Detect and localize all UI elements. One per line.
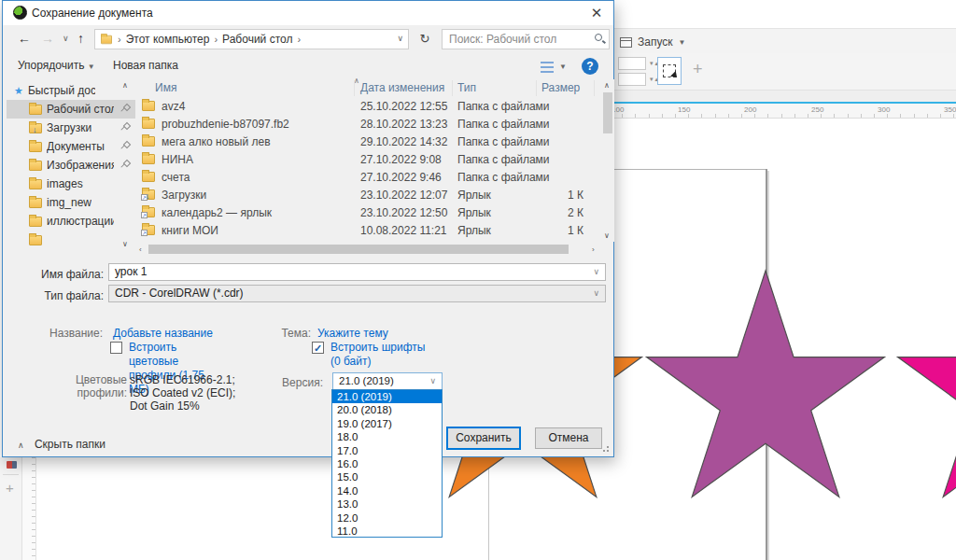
sidebar-item-Загрузки[interactable]: ↓Загрузки [7, 119, 135, 137]
embed-fonts-checkbox[interactable]: ✓ [312, 342, 324, 354]
column-date[interactable]: Дата изменения [360, 81, 444, 94]
scroll-down-icon[interactable]: ∨ [604, 231, 610, 240]
sidebar-item-label: images [47, 177, 83, 190]
view-dropdown-icon[interactable]: ▼ [559, 63, 567, 71]
sidebar-item-Рабочий стол[interactable]: Рабочий стол [7, 100, 135, 119]
breadcrumb[interactable]: › Этот компьютер › Рабочий стол › ∨ [94, 29, 409, 49]
new-folder-button[interactable]: Новая папка [113, 59, 178, 72]
file-date: 23.10.2022 12:50 [360, 206, 447, 219]
chevron-down-icon[interactable]: ∨ [593, 264, 599, 280]
version-option[interactable]: 13.0 [332, 497, 442, 511]
version-option[interactable]: 19.0 (2017) [332, 417, 442, 430]
set-theme-link[interactable]: Укажите тему [317, 327, 388, 340]
vertical-scrollbar[interactable]: ∧ ∨ [601, 79, 614, 242]
column-name[interactable]: Имя [155, 81, 176, 94]
sidebar-item-images[interactable]: images [7, 175, 135, 193]
scrollbar-thumb[interactable] [148, 245, 569, 254]
organize-button[interactable]: Упорядочить ▼ [18, 59, 95, 72]
refresh-button[interactable]: ↻ [414, 29, 436, 49]
navigation-bar: ← → ∨ ↑ › Этот компьютер › Рабочий стол … [3, 25, 613, 53]
breadcrumb-item-computer[interactable]: Этот компьютер [126, 33, 210, 46]
chevron-down-icon[interactable]: ∨ [593, 286, 599, 301]
save-button[interactable]: Сохранить [447, 427, 520, 449]
file-row[interactable]: мега алко новый лев29.10.2022 14:32Папка… [136, 133, 600, 151]
ruler-label: 350 [944, 105, 956, 114]
scroll-left-icon[interactable]: ‹ [139, 245, 142, 254]
sidebar-item-Быстрый доступ[interactable]: ★Быстрый доступ [7, 81, 135, 100]
sidebar-scroll-up-icon[interactable]: ∧ [122, 81, 128, 90]
dock-color-icon[interactable] [7, 461, 17, 469]
file-row[interactable]: probuzhdenie-b87097.fb228.10.2022 13:23П… [136, 116, 600, 133]
close-button[interactable]: ✕ [588, 5, 605, 21]
version-option[interactable]: 17.0 [332, 444, 442, 457]
version-option[interactable]: 12.0 [332, 511, 442, 525]
column-divider[interactable] [536, 80, 537, 96]
pin-icon [120, 142, 128, 150]
crop-tool-button[interactable] [657, 57, 682, 85]
filename-input[interactable]: урок 1∨ [108, 263, 606, 281]
file-type: Папка с файлами [457, 135, 550, 148]
breadcrumb-item-desktop[interactable]: Рабочий стол [222, 33, 292, 46]
add-title-link[interactable]: Добавьте название [113, 327, 213, 340]
file-row[interactable]: ↗книги МОИ10.08.2022 11:21Ярлык1 К [136, 222, 600, 240]
file-row[interactable]: ↓↗Загрузки23.10.2022 12:07Ярлык1 К [136, 187, 600, 204]
column-divider[interactable] [452, 80, 453, 96]
plus-icon[interactable]: + [693, 60, 703, 79]
version-option[interactable]: 14.0 [332, 484, 442, 497]
scrollbar-thumb[interactable] [603, 92, 612, 133]
chevron-down-icon[interactable]: ∨ [429, 373, 436, 389]
scroll-right-icon[interactable]: › [592, 245, 595, 254]
ruler-ticks [609, 114, 956, 118]
column-size[interactable]: Размер [541, 81, 580, 94]
file-name: книги МОИ [162, 224, 218, 237]
cancel-button[interactable]: Отмена [535, 427, 602, 449]
forward-button[interactable]: → [41, 31, 54, 46]
save-document-dialog: Сохранение документа ✕ ← → ∨ ↑ › Этот ко… [2, 0, 614, 457]
version-option[interactable]: 15.0 [332, 470, 442, 483]
horizontal-scrollbar[interactable]: ‹ › [136, 243, 600, 256]
chevron-down-icon[interactable]: ∨ [397, 34, 403, 43]
column-type[interactable]: Тип [457, 81, 476, 94]
file-type: Ярлык [457, 189, 491, 202]
history-chevron-icon[interactable]: ∨ [63, 34, 69, 43]
back-button[interactable]: ← [18, 31, 31, 46]
sidebar-item-Изображения[interactable]: Изображения [7, 156, 135, 175]
version-label: Версия: [250, 376, 323, 389]
embed-fonts-label[interactable]: Встроить шрифты (0 байт) [330, 341, 433, 369]
version-option[interactable]: 20.0 (2018) [332, 403, 442, 416]
search-input[interactable]: Поиск: Рабочий стол [442, 29, 610, 49]
filetype-select[interactable]: CDR - CorelDRAW (*.cdr)∨ [108, 285, 606, 302]
file-row[interactable]: НИНА27.10.2022 9:08Папка с файлами [136, 151, 600, 169]
sidebar-item-clipped[interactable] [7, 231, 135, 249]
embed-profiles-checkbox[interactable] [110, 342, 122, 354]
version-option[interactable]: 11.0 [332, 525, 442, 538]
column-divider[interactable] [594, 80, 595, 96]
add-icon[interactable]: + [6, 480, 14, 496]
column-divider[interactable] [354, 80, 355, 96]
launch-control[interactable]: Запуск ▼ [620, 35, 685, 49]
pin-icon [120, 161, 128, 169]
version-option[interactable]: 16.0 [332, 457, 442, 470]
folder-icon [101, 35, 112, 43]
file-name: мега алко новый лев [162, 135, 271, 148]
view-mode-icon[interactable] [541, 62, 554, 73]
file-row[interactable]: счета27.10.2022 9:46Папка с файлами [136, 169, 600, 187]
pin-icon [120, 123, 128, 132]
scroll-up-icon[interactable]: ∧ [604, 81, 610, 90]
sidebar-item-иллюстрации[interactable]: иллюстрации [7, 212, 135, 231]
sidebar-item-Документы[interactable]: Документы [7, 137, 135, 156]
sidebar-scroll-down-icon[interactable]: ∨ [122, 240, 128, 248]
size-field-2[interactable] [618, 73, 646, 86]
resize-grip[interactable] [602, 445, 610, 453]
sidebar-item-img_new[interactable]: img_new [7, 193, 135, 212]
version-option[interactable]: 18.0 [332, 430, 442, 443]
file-row[interactable]: ↗календарь2 — ярлык23.10.2022 12:50Ярлык… [136, 204, 600, 222]
file-row[interactable]: avz425.10.2022 12:55Папка с файлами [136, 98, 600, 116]
version-option[interactable]: 21.0 (2019) [332, 390, 442, 403]
size-field-1[interactable] [618, 57, 646, 70]
folder-icon [29, 179, 42, 189]
version-select[interactable]: 21.0 (2019)∨ [332, 372, 443, 390]
up-button[interactable]: ↑ [77, 31, 84, 46]
help-button[interactable]: ? [582, 58, 598, 75]
hide-folders-button[interactable]: ∧ Скрыть папки [18, 438, 105, 451]
